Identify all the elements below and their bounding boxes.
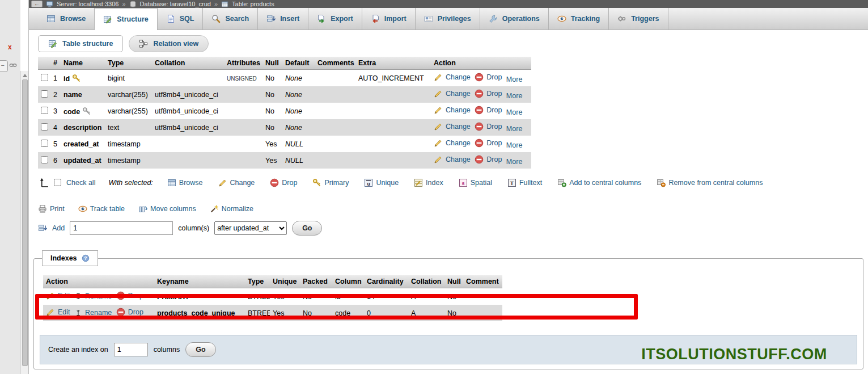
- tab-tracking[interactable]: Tracking: [549, 8, 609, 30]
- row-checkbox[interactable]: [41, 123, 48, 131]
- cell-num: 2: [50, 86, 61, 103]
- search-icon: [211, 14, 221, 23]
- with-selected-remove-from-central-columns[interactable]: Remove from central columns: [657, 178, 763, 187]
- index-rename-link[interactable]: Rename: [74, 292, 112, 300]
- breadcrumb-database[interactable]: Database: laravel10_crud: [140, 1, 211, 7]
- cell-default: NULL: [282, 152, 315, 169]
- drop-icon: [475, 155, 484, 164]
- add-column-label[interactable]: Add: [52, 224, 65, 232]
- change-link[interactable]: Change: [434, 138, 471, 148]
- row-checkbox[interactable]: [41, 74, 48, 81]
- cell-attributes: [224, 86, 262, 103]
- scrollbar-up-arrow[interactable]: [23, 74, 27, 77]
- with-selected-change[interactable]: Change: [218, 178, 255, 187]
- index-drop-link[interactable]: Drop: [116, 308, 143, 317]
- more-link[interactable]: More: [506, 141, 522, 149]
- breadcrumb-table[interactable]: Table: products: [232, 1, 274, 7]
- more-link[interactable]: More: [506, 92, 522, 100]
- drop-link[interactable]: Drop: [475, 138, 502, 148]
- tab-structure[interactable]: Structure: [95, 8, 158, 30]
- left-panel-strip: x −: [0, 0, 20, 374]
- add-column-go-button[interactable]: Go: [292, 221, 322, 236]
- tab-search[interactable]: Search: [203, 8, 258, 30]
- panel-close-x[interactable]: x: [8, 43, 12, 51]
- tool-normalize[interactable]: Normalize: [210, 204, 253, 213]
- column-header-comments: Comments: [315, 57, 355, 70]
- tab-privileges[interactable]: Privileges: [416, 8, 480, 30]
- panel-scrollbar[interactable]: [20, 71, 28, 374]
- subtab-table-structure[interactable]: Table structure: [38, 35, 123, 52]
- with-selected-spatial[interactable]: sSpatial: [459, 178, 492, 187]
- index-cell-comment: [463, 305, 502, 321]
- with-selected-browse[interactable]: Browse: [167, 178, 203, 187]
- tab-browse[interactable]: Browse: [38, 8, 95, 30]
- breadcrumb-server[interactable]: Server: localhost:3306: [57, 1, 118, 7]
- with-selected-index[interactable]: Index: [414, 178, 443, 187]
- with-selected-primary[interactable]: Primary: [312, 178, 349, 187]
- index-edit-link[interactable]: Edit: [46, 308, 70, 317]
- change-link[interactable]: Change: [434, 73, 471, 82]
- indexes-legend: Indexes ?: [42, 250, 98, 266]
- drop-link-label: Drop: [486, 106, 502, 114]
- index-cell-collation: A: [408, 288, 444, 305]
- drop-link[interactable]: Drop: [475, 122, 502, 131]
- create-index-go-button[interactable]: Go: [185, 342, 215, 357]
- subtab-label: Relation view: [153, 40, 198, 48]
- main-content: ← Server: localhost:3306 » Database: lar…: [28, 0, 868, 374]
- pencil-icon: [434, 73, 443, 82]
- drop-link[interactable]: Drop: [475, 106, 502, 115]
- row-checkbox[interactable]: [41, 90, 48, 98]
- index-rename-link[interactable]: Rename: [74, 309, 112, 317]
- change-link[interactable]: Change: [434, 89, 471, 98]
- more-link[interactable]: More: [506, 125, 522, 133]
- row-checkbox[interactable]: [41, 107, 48, 114]
- tool-move-columns[interactable]: Move columns: [138, 204, 196, 213]
- change-link[interactable]: Change: [434, 122, 471, 131]
- cell-type: bigint: [105, 70, 152, 87]
- with-selected-drop[interactable]: Drop: [270, 178, 297, 187]
- drop-link[interactable]: Drop: [475, 155, 502, 164]
- row-checkbox[interactable]: [41, 140, 48, 147]
- check-all-checkbox[interactable]: [54, 179, 61, 186]
- index-edit-link[interactable]: Edit: [46, 291, 70, 300]
- more-link[interactable]: More: [506, 75, 522, 83]
- tab-insert[interactable]: Insert: [258, 8, 308, 30]
- tab-import[interactable]: Import: [362, 8, 416, 30]
- more-link[interactable]: More: [506, 158, 522, 166]
- link-icon[interactable]: [9, 61, 19, 70]
- with-selected-add-to-central-columns[interactable]: Add to central columns: [557, 178, 641, 187]
- row-checkbox[interactable]: [41, 156, 48, 163]
- change-link[interactable]: Change: [434, 106, 471, 115]
- with-selected-unique[interactable]: uUnique: [364, 178, 399, 187]
- tab-triggers[interactable]: Triggers: [609, 8, 668, 30]
- change-link-label: Change: [446, 90, 471, 98]
- change-link[interactable]: Change: [434, 155, 471, 164]
- subtab-relation-view[interactable]: Relation view: [129, 35, 209, 52]
- add-column-count-input[interactable]: [70, 221, 173, 235]
- tab-label: SQL: [180, 15, 194, 23]
- with-selected-row: Check all With selected: BrowseChangeDro…: [39, 178, 868, 187]
- cell-comments: [315, 152, 355, 169]
- panel-collapse-button[interactable]: −: [0, 60, 8, 72]
- subtab-label: Table structure: [62, 40, 113, 48]
- drop-link[interactable]: Drop: [475, 73, 502, 82]
- svg-text:u: u: [367, 180, 370, 186]
- structure-table: #NameTypeCollationAttributesNullDefaultC…: [38, 57, 531, 169]
- create-index-count-input[interactable]: [114, 343, 148, 356]
- tab-operations[interactable]: Operations: [480, 8, 549, 30]
- with-selected-fulltext[interactable]: TFulltext: [507, 178, 542, 187]
- scrollbar-thumb[interactable]: [22, 79, 28, 366]
- tool-track-table[interactable]: Track table: [78, 204, 125, 213]
- more-link[interactable]: More: [506, 108, 522, 116]
- cell-default: None: [282, 70, 315, 87]
- check-all-label[interactable]: Check all: [66, 179, 95, 187]
- tab-export[interactable]: Export: [308, 8, 362, 30]
- drop-link[interactable]: Drop: [475, 89, 502, 98]
- back-button[interactable]: ←: [31, 1, 43, 7]
- index-drop-link[interactable]: Drop: [116, 291, 143, 300]
- drop-icon: [475, 106, 484, 115]
- tool-print[interactable]: Print: [38, 204, 65, 213]
- add-column-position-select[interactable]: after updated_at: [214, 221, 287, 235]
- help-icon[interactable]: ?: [82, 254, 90, 262]
- tab-sql[interactable]: SQL: [158, 8, 204, 30]
